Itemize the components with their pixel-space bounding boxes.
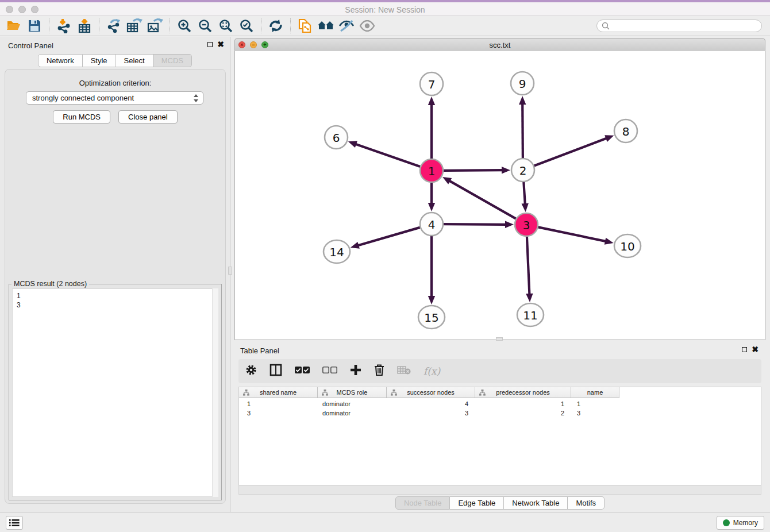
edge-3-10[interactable] bbox=[538, 227, 607, 241]
cell-shared-name[interactable]: 1 bbox=[239, 399, 318, 408]
optimization-criterion-label: Optimization criterion: bbox=[5, 79, 225, 87]
cell-predecessor-nodes[interactable]: 2 bbox=[475, 408, 571, 418]
zoom-fit-icon[interactable] bbox=[215, 17, 236, 34]
column-header-name[interactable]: name bbox=[571, 387, 619, 398]
zoom-in-icon[interactable] bbox=[174, 17, 195, 34]
horizontal-splitter-grip[interactable] bbox=[496, 337, 503, 341]
table-options-gear-icon[interactable] bbox=[245, 364, 257, 378]
mcds-result-group: MCDS result (2 nodes) 1 3 bbox=[9, 284, 222, 500]
tab-node-table[interactable]: Node Table bbox=[395, 496, 451, 510]
tab-select[interactable]: Select bbox=[116, 54, 153, 67]
edge-1-2[interactable] bbox=[444, 170, 503, 171]
add-row-icon[interactable] bbox=[350, 364, 361, 378]
search-icon bbox=[602, 22, 610, 30]
save-session-icon[interactable] bbox=[24, 17, 45, 34]
edge-3-1[interactable] bbox=[449, 180, 516, 219]
edge-2-8[interactable] bbox=[534, 138, 608, 165]
tab-network-table[interactable]: Network Table bbox=[504, 496, 568, 510]
cell-predecessor-nodes[interactable]: 1 bbox=[475, 399, 571, 408]
edge-1-6[interactable] bbox=[355, 144, 420, 167]
zoom-selected-icon[interactable] bbox=[236, 17, 257, 34]
network-window-titlebar[interactable]: × − + scc.txt bbox=[234, 38, 765, 51]
hierarchy-icon bbox=[391, 390, 397, 396]
edge-arrowhead bbox=[526, 294, 533, 302]
tab-mcds[interactable]: MCDS bbox=[153, 54, 192, 67]
app-titlebar: Session: New Session bbox=[0, 0, 770, 16]
list-icon bbox=[9, 519, 20, 527]
export-network-icon[interactable] bbox=[103, 17, 124, 34]
deselect-all-checkboxes-icon[interactable] bbox=[322, 366, 337, 376]
node-table[interactable]: shared name MCDS role successor nodes pr… bbox=[238, 387, 761, 485]
cell-name[interactable]: 1 bbox=[571, 399, 619, 408]
export-table-icon[interactable] bbox=[124, 17, 145, 34]
duplicate-network-icon[interactable] bbox=[295, 17, 315, 34]
mcds-result-scrollbar[interactable] bbox=[212, 288, 218, 497]
hide-details-icon[interactable] bbox=[336, 17, 357, 34]
cell-shared-name[interactable]: 3 bbox=[239, 408, 318, 418]
cell-successor-nodes[interactable]: 3 bbox=[387, 408, 475, 418]
graph-node-label: 7 bbox=[428, 78, 436, 91]
search-input[interactable] bbox=[613, 21, 761, 31]
close-panel-button[interactable]: Close panel bbox=[118, 110, 178, 124]
select-all-checkboxes-icon[interactable] bbox=[295, 366, 310, 376]
tab-edge-table[interactable]: Edge Table bbox=[450, 496, 504, 510]
table-float-panel-icon[interactable] bbox=[742, 347, 747, 352]
export-image-icon[interactable] bbox=[145, 17, 165, 34]
column-label: predecessor nodes bbox=[496, 389, 550, 396]
edge-4-3[interactable] bbox=[444, 224, 507, 225]
toolbar-separator bbox=[261, 18, 261, 33]
cell-name[interactable]: 3 bbox=[571, 408, 619, 418]
vertical-splitter-grip[interactable] bbox=[228, 267, 232, 275]
graph-node-label: 10 bbox=[620, 240, 634, 253]
control-panel-title: Control Panel bbox=[8, 41, 53, 50]
table-tabs: Node Table Edge Table Network Table Moti… bbox=[234, 496, 765, 510]
import-table-icon[interactable] bbox=[74, 17, 95, 34]
tab-motifs[interactable]: Motifs bbox=[568, 496, 605, 510]
graph-node-label: 2 bbox=[519, 164, 527, 178]
zoom-out-icon[interactable] bbox=[195, 17, 215, 34]
cell-successor-nodes[interactable]: 4 bbox=[387, 399, 475, 408]
search-field[interactable] bbox=[596, 20, 762, 32]
import-network-icon[interactable] bbox=[53, 17, 74, 34]
edge-3-11[interactable] bbox=[527, 237, 530, 295]
edge-arrowhead bbox=[605, 238, 614, 245]
edge-4-14[interactable] bbox=[357, 228, 420, 246]
column-header-successor-nodes[interactable]: successor nodes bbox=[387, 387, 475, 398]
table-row[interactable]: 1 dominator 4 1 1 bbox=[239, 399, 619, 408]
tab-network[interactable]: Network bbox=[38, 54, 83, 67]
column-header-mcds-role[interactable]: MCDS role bbox=[318, 387, 387, 398]
table-row[interactable]: 3 dominator 3 2 3 bbox=[239, 408, 619, 418]
main-toolbar bbox=[0, 16, 770, 36]
delete-row-icon[interactable] bbox=[374, 364, 384, 378]
network-title: scc.txt bbox=[235, 41, 765, 49]
network-home-icon[interactable] bbox=[315, 17, 336, 34]
mcds-result-list[interactable]: 1 3 bbox=[12, 288, 218, 497]
task-history-button[interactable] bbox=[6, 516, 23, 530]
table-horizontal-scrollbar[interactable] bbox=[238, 485, 761, 495]
network-graph[interactable]: 1234678910111415 bbox=[235, 51, 765, 339]
control-panel: Control Panel ✖ Network Style Select MCD… bbox=[0, 37, 230, 512]
table-panel: Table Panel ✖ f(x) bbox=[234, 342, 765, 510]
memory-button[interactable]: Memory bbox=[717, 516, 764, 530]
graph-node-label: 3 bbox=[523, 218, 530, 232]
network-view-window: × − + scc.txt 1234678910111415 bbox=[234, 38, 765, 340]
apply-layout-icon[interactable] bbox=[265, 17, 286, 34]
cell-mcds-role[interactable]: dominator bbox=[318, 408, 387, 418]
float-panel-icon[interactable] bbox=[207, 42, 213, 47]
tab-style[interactable]: Style bbox=[83, 54, 116, 67]
close-panel-icon[interactable]: ✖ bbox=[217, 41, 224, 48]
edge-arrowhead bbox=[521, 203, 528, 212]
network-canvas[interactable]: 1234678910111415 bbox=[234, 51, 765, 340]
graph-node-label: 1 bbox=[428, 164, 436, 178]
edge-2-9[interactable] bbox=[522, 103, 523, 158]
mcds-panel: Optimization criterion: strongly connect… bbox=[5, 69, 226, 504]
open-session-icon[interactable] bbox=[3, 17, 24, 34]
column-header-predecessor-nodes[interactable]: predecessor nodes bbox=[475, 387, 571, 398]
edge-2-3[interactable] bbox=[523, 182, 525, 205]
column-header-shared-name[interactable]: shared name bbox=[239, 387, 318, 398]
show-columns-icon[interactable] bbox=[270, 364, 282, 379]
optimization-criterion-select[interactable]: strongly connected component bbox=[26, 91, 203, 105]
run-mcds-button[interactable]: Run MCDS bbox=[53, 110, 110, 124]
cell-mcds-role[interactable]: dominator bbox=[318, 399, 387, 408]
table-close-panel-icon[interactable]: ✖ bbox=[752, 346, 759, 353]
